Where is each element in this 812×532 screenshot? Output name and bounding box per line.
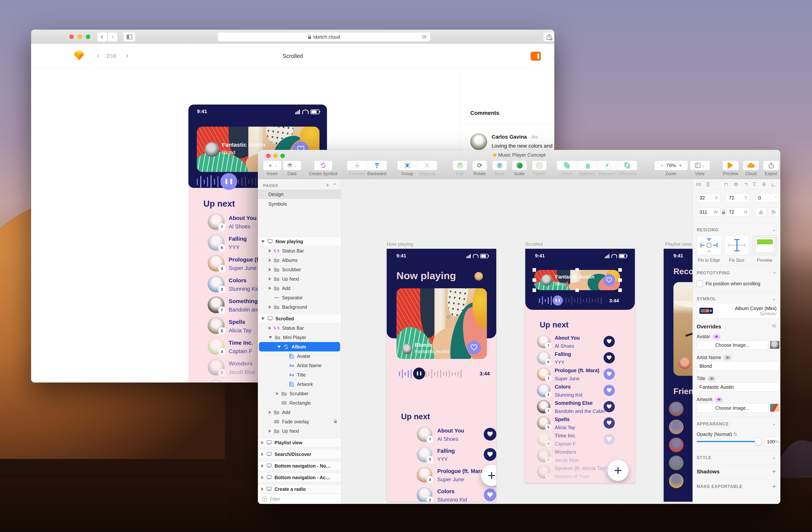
toolbar-button-view[interactable]: ⌄ — [690, 161, 710, 170]
present-icon[interactable] — [531, 52, 541, 61]
favorite-button[interactable] — [604, 434, 615, 445]
toolbar-button-backward[interactable] — [367, 161, 387, 170]
disclosure-arrow[interactable] — [276, 392, 279, 395]
layer-artist-name[interactable]: AaArtist Name — [258, 361, 341, 370]
list-item[interactable]: 5FallingYYY — [537, 351, 625, 367]
list-item[interactable]: 7About YouAl Shoes — [537, 334, 625, 351]
artboard-playlist-view[interactable]: 9:41 Reco Frien — [664, 249, 693, 502]
toolbar-button-forward[interactable] — [347, 161, 367, 170]
fix-position-checkbox[interactable] — [697, 281, 703, 287]
toolbar-button-group[interactable] — [397, 161, 417, 170]
align-icon-7[interactable] — [762, 182, 767, 187]
toolbar-button-mask[interactable] — [493, 161, 507, 170]
mini-album-card-selected[interactable]: Fantastic Austin Blond — [534, 270, 620, 290]
selection-handle[interactable] — [618, 268, 622, 272]
layer-bottom-navigation-not-acti-[interactable]: Bottom navigation - Not acti… — [258, 461, 341, 471]
selection-handle[interactable] — [533, 278, 536, 282]
artboard-now-playing[interactable]: 9:41 Now playing Blonde Fantastic Austin… — [387, 249, 496, 502]
toolbar-button-rotate[interactable]: ⟳ — [473, 161, 487, 170]
align-icon-2[interactable] — [715, 182, 720, 187]
toolbar-button-scale[interactable] — [512, 161, 526, 170]
sidebar-page-design[interactable]: Design — [258, 190, 352, 199]
toolbar-button-difference[interactable] — [617, 161, 637, 170]
flip-horizontal-button[interactable] — [755, 207, 767, 217]
forward-button[interactable]: › — [107, 32, 118, 42]
scrubber-waveform[interactable] — [399, 368, 464, 380]
choose-artwork-button[interactable]: Choose Image... — [697, 403, 768, 413]
disclosure-arrow[interactable] — [269, 277, 271, 281]
list-item[interactable]: 7Something ElseBandolin and the Cabin — [537, 400, 625, 416]
like-button[interactable] — [603, 274, 615, 286]
zoom-in-icon[interactable]: + — [679, 162, 682, 169]
list-item[interactable]: 7About YouAl Shoes — [417, 425, 495, 445]
align-icon-3[interactable] — [724, 182, 729, 187]
add-song-fab[interactable]: + — [608, 460, 628, 481]
height-field[interactable]: 72H — [726, 207, 750, 217]
sidebar-icon[interactable] — [123, 32, 135, 42]
friend-avatar[interactable] — [669, 420, 683, 434]
align-icon-1[interactable] — [705, 182, 710, 187]
toolbar-button-create-symbol[interactable] — [314, 161, 332, 170]
album-artwork-card[interactable]: Blonde Fantastic Austin — [396, 288, 487, 359]
artist-name-input[interactable]: Blond — [697, 361, 779, 371]
layer-add[interactable]: Add — [258, 408, 341, 417]
layer-up-next[interactable]: Up Next — [258, 426, 341, 436]
disclosure-arrow[interactable] — [261, 317, 265, 320]
reload-icon[interactable]: ⟳ — [422, 34, 427, 40]
artboard-label-scrolled[interactable]: Scrolled — [525, 241, 543, 247]
toolbar-button-edit[interactable] — [453, 161, 467, 170]
disclosure-arrow[interactable] — [261, 464, 264, 468]
sidebar-page-symbols[interactable]: Symbols — [258, 199, 352, 209]
selection-handle[interactable] — [618, 288, 622, 292]
profile-avatar[interactable] — [474, 272, 483, 281]
layer-create-a-radio[interactable]: Create a radio — [258, 485, 341, 494]
scrubber-waveform[interactable] — [539, 295, 604, 306]
opacity-value-field[interactable]: 100% — [765, 437, 779, 446]
disclosure-arrow[interactable] — [269, 411, 271, 414]
toolbar-button-zoom[interactable]: −78%+ — [655, 161, 688, 170]
disclosure-arrow[interactable] — [269, 429, 271, 433]
make-exportable-add-icon[interactable]: + — [772, 483, 776, 490]
align-icon-6[interactable] — [752, 182, 757, 187]
opacity-slider-knob[interactable] — [755, 438, 762, 445]
chevron-down-icon[interactable]: ⌄ — [772, 296, 776, 301]
disclosure-arrow[interactable] — [269, 326, 271, 330]
layer-mini-player[interactable]: Mini Player — [258, 333, 341, 342]
artboard-label-playlist-view[interactable]: Playlist view — [665, 241, 692, 247]
toolbar-button-ungroup[interactable] — [417, 161, 437, 170]
notifications-bell-icon[interactable] — [553, 51, 554, 61]
selection-handle[interactable] — [575, 268, 579, 272]
new-tab-icon[interactable]: + — [549, 35, 553, 43]
reset-overrides-icon[interactable]: ⟲ — [772, 323, 776, 329]
rotation-field[interactable]: 0° — [755, 193, 779, 202]
choose-avatar-button[interactable]: Choose Image... — [697, 341, 768, 349]
list-item[interactable]: 5FallingYYY — [417, 445, 495, 466]
layer-album[interactable]: Album — [259, 342, 340, 351]
add-page-icon[interactable]: + — [326, 182, 329, 189]
disclosure-arrow[interactable] — [269, 287, 271, 290]
layer-add[interactable]: Add — [258, 284, 341, 293]
align-icon-4[interactable] — [733, 182, 739, 187]
layer-fade-overlay[interactable]: Fade overlay — [258, 417, 341, 426]
fix-size-option[interactable] — [725, 235, 749, 255]
minimize-button[interactable] — [77, 34, 82, 39]
list-item[interactable]: 5SpellsAlicia Tay — [537, 416, 625, 432]
y-field[interactable]: 72Y — [726, 193, 750, 202]
disclosure-arrow[interactable] — [261, 487, 264, 491]
favorite-button[interactable] — [484, 428, 496, 441]
layer-status-bar[interactable]: Status Bar — [258, 323, 341, 333]
x-field[interactable]: 32X — [697, 193, 721, 202]
favorite-button[interactable] — [484, 448, 496, 461]
playlist-cover-card[interactable] — [673, 282, 693, 376]
layer-separator[interactable]: Separator — [258, 293, 341, 302]
friend-avatar[interactable] — [669, 474, 683, 488]
collapse-pages-icon[interactable]: ⌃ — [333, 183, 337, 188]
like-button[interactable] — [467, 341, 481, 355]
disclosure-arrow[interactable] — [261, 441, 264, 444]
layer-artwork[interactable]: Artwork — [258, 379, 341, 389]
symbol-select[interactable]: Album Cover (Mini) Symbols/ — [697, 303, 779, 318]
width-field[interactable]: 311W — [697, 207, 721, 217]
toolbar-button-export[interactable] — [763, 161, 779, 170]
back-button[interactable]: ‹ — [97, 32, 107, 42]
list-item[interactable]: 3Time Inc.Captain F — [537, 432, 625, 448]
